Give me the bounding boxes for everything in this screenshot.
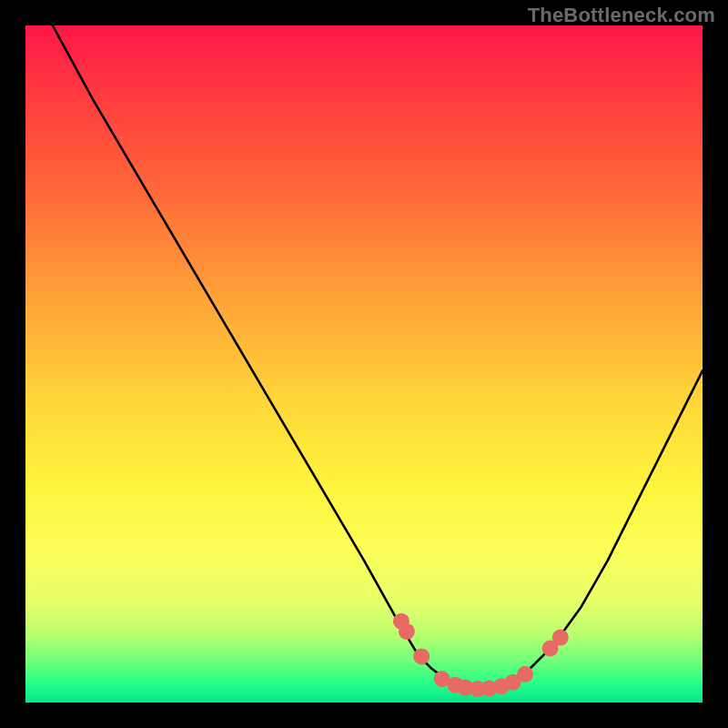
attribution-label: TheBottleneck.com bbox=[528, 4, 715, 27]
curve-marker bbox=[552, 630, 569, 646]
bottleneck-curve bbox=[53, 25, 703, 689]
chart-frame: TheBottleneck.com bbox=[0, 0, 728, 728]
curve-marker bbox=[399, 623, 415, 640]
curve-marker bbox=[517, 666, 533, 682]
curve-marker bbox=[413, 648, 430, 664]
chart-svg bbox=[25, 25, 703, 703]
chart-plot-area bbox=[25, 25, 703, 703]
